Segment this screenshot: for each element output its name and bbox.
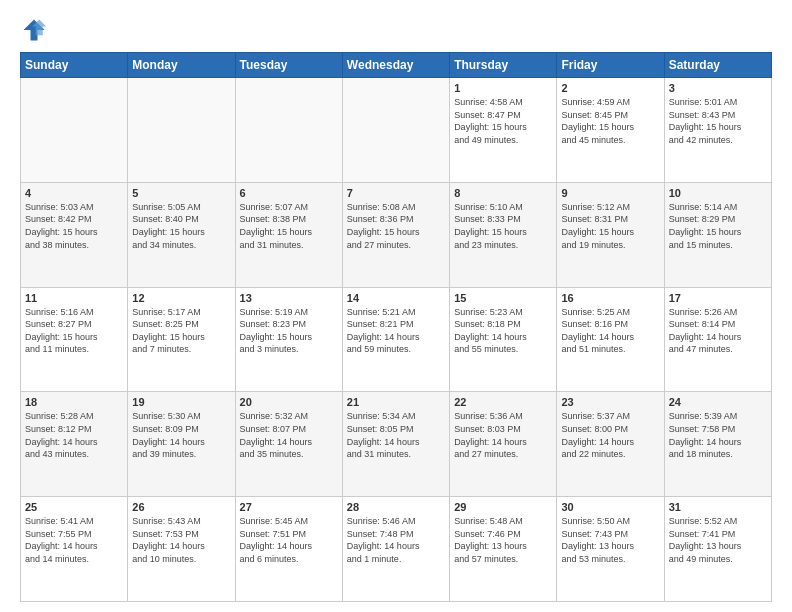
day-number: 22 bbox=[454, 396, 552, 408]
calendar-cell: 8Sunrise: 5:10 AM Sunset: 8:33 PM Daylig… bbox=[450, 182, 557, 287]
calendar-cell: 9Sunrise: 5:12 AM Sunset: 8:31 PM Daylig… bbox=[557, 182, 664, 287]
calendar-cell bbox=[21, 78, 128, 183]
calendar-cell: 30Sunrise: 5:50 AM Sunset: 7:43 PM Dayli… bbox=[557, 497, 664, 602]
day-number: 5 bbox=[132, 187, 230, 199]
day-info: Sunrise: 5:45 AM Sunset: 7:51 PM Dayligh… bbox=[240, 515, 338, 565]
calendar-cell: 4Sunrise: 5:03 AM Sunset: 8:42 PM Daylig… bbox=[21, 182, 128, 287]
day-number: 14 bbox=[347, 292, 445, 304]
day-info: Sunrise: 5:16 AM Sunset: 8:27 PM Dayligh… bbox=[25, 306, 123, 356]
calendar-header: SundayMondayTuesdayWednesdayThursdayFrid… bbox=[21, 53, 772, 78]
day-number: 16 bbox=[561, 292, 659, 304]
calendar-cell: 14Sunrise: 5:21 AM Sunset: 8:21 PM Dayli… bbox=[342, 287, 449, 392]
calendar-cell: 29Sunrise: 5:48 AM Sunset: 7:46 PM Dayli… bbox=[450, 497, 557, 602]
logo bbox=[20, 16, 52, 44]
day-number: 15 bbox=[454, 292, 552, 304]
day-info: Sunrise: 5:50 AM Sunset: 7:43 PM Dayligh… bbox=[561, 515, 659, 565]
day-number: 30 bbox=[561, 501, 659, 513]
day-info: Sunrise: 5:28 AM Sunset: 8:12 PM Dayligh… bbox=[25, 410, 123, 460]
weekday-row: SundayMondayTuesdayWednesdayThursdayFrid… bbox=[21, 53, 772, 78]
calendar-cell: 3Sunrise: 5:01 AM Sunset: 8:43 PM Daylig… bbox=[664, 78, 771, 183]
logo-icon bbox=[20, 16, 48, 44]
day-number: 19 bbox=[132, 396, 230, 408]
calendar-cell: 31Sunrise: 5:52 AM Sunset: 7:41 PM Dayli… bbox=[664, 497, 771, 602]
day-info: Sunrise: 5:23 AM Sunset: 8:18 PM Dayligh… bbox=[454, 306, 552, 356]
day-info: Sunrise: 5:32 AM Sunset: 8:07 PM Dayligh… bbox=[240, 410, 338, 460]
calendar-cell: 19Sunrise: 5:30 AM Sunset: 8:09 PM Dayli… bbox=[128, 392, 235, 497]
calendar-cell: 12Sunrise: 5:17 AM Sunset: 8:25 PM Dayli… bbox=[128, 287, 235, 392]
day-info: Sunrise: 4:58 AM Sunset: 8:47 PM Dayligh… bbox=[454, 96, 552, 146]
day-number: 8 bbox=[454, 187, 552, 199]
calendar-cell: 23Sunrise: 5:37 AM Sunset: 8:00 PM Dayli… bbox=[557, 392, 664, 497]
calendar-cell: 11Sunrise: 5:16 AM Sunset: 8:27 PM Dayli… bbox=[21, 287, 128, 392]
day-number: 20 bbox=[240, 396, 338, 408]
day-info: Sunrise: 5:03 AM Sunset: 8:42 PM Dayligh… bbox=[25, 201, 123, 251]
day-number: 3 bbox=[669, 82, 767, 94]
calendar-cell: 18Sunrise: 5:28 AM Sunset: 8:12 PM Dayli… bbox=[21, 392, 128, 497]
calendar-cell: 15Sunrise: 5:23 AM Sunset: 8:18 PM Dayli… bbox=[450, 287, 557, 392]
weekday-header-wednesday: Wednesday bbox=[342, 53, 449, 78]
day-info: Sunrise: 4:59 AM Sunset: 8:45 PM Dayligh… bbox=[561, 96, 659, 146]
day-info: Sunrise: 5:21 AM Sunset: 8:21 PM Dayligh… bbox=[347, 306, 445, 356]
day-info: Sunrise: 5:25 AM Sunset: 8:16 PM Dayligh… bbox=[561, 306, 659, 356]
day-number: 4 bbox=[25, 187, 123, 199]
day-number: 28 bbox=[347, 501, 445, 513]
calendar-cell: 24Sunrise: 5:39 AM Sunset: 7:58 PM Dayli… bbox=[664, 392, 771, 497]
calendar-cell: 13Sunrise: 5:19 AM Sunset: 8:23 PM Dayli… bbox=[235, 287, 342, 392]
weekday-header-thursday: Thursday bbox=[450, 53, 557, 78]
calendar-week-3: 11Sunrise: 5:16 AM Sunset: 8:27 PM Dayli… bbox=[21, 287, 772, 392]
day-info: Sunrise: 5:01 AM Sunset: 8:43 PM Dayligh… bbox=[669, 96, 767, 146]
calendar-cell: 16Sunrise: 5:25 AM Sunset: 8:16 PM Dayli… bbox=[557, 287, 664, 392]
day-info: Sunrise: 5:43 AM Sunset: 7:53 PM Dayligh… bbox=[132, 515, 230, 565]
day-number: 6 bbox=[240, 187, 338, 199]
weekday-header-friday: Friday bbox=[557, 53, 664, 78]
day-info: Sunrise: 5:37 AM Sunset: 8:00 PM Dayligh… bbox=[561, 410, 659, 460]
calendar-cell: 22Sunrise: 5:36 AM Sunset: 8:03 PM Dayli… bbox=[450, 392, 557, 497]
day-info: Sunrise: 5:36 AM Sunset: 8:03 PM Dayligh… bbox=[454, 410, 552, 460]
day-info: Sunrise: 5:12 AM Sunset: 8:31 PM Dayligh… bbox=[561, 201, 659, 251]
day-number: 21 bbox=[347, 396, 445, 408]
day-number: 31 bbox=[669, 501, 767, 513]
calendar-cell: 27Sunrise: 5:45 AM Sunset: 7:51 PM Dayli… bbox=[235, 497, 342, 602]
day-info: Sunrise: 5:39 AM Sunset: 7:58 PM Dayligh… bbox=[669, 410, 767, 460]
calendar-cell: 17Sunrise: 5:26 AM Sunset: 8:14 PM Dayli… bbox=[664, 287, 771, 392]
day-info: Sunrise: 5:08 AM Sunset: 8:36 PM Dayligh… bbox=[347, 201, 445, 251]
day-number: 2 bbox=[561, 82, 659, 94]
day-info: Sunrise: 5:05 AM Sunset: 8:40 PM Dayligh… bbox=[132, 201, 230, 251]
day-number: 23 bbox=[561, 396, 659, 408]
page: SundayMondayTuesdayWednesdayThursdayFrid… bbox=[0, 0, 792, 612]
calendar-cell: 7Sunrise: 5:08 AM Sunset: 8:36 PM Daylig… bbox=[342, 182, 449, 287]
calendar-cell: 1Sunrise: 4:58 AM Sunset: 8:47 PM Daylig… bbox=[450, 78, 557, 183]
day-info: Sunrise: 5:48 AM Sunset: 7:46 PM Dayligh… bbox=[454, 515, 552, 565]
day-number: 13 bbox=[240, 292, 338, 304]
calendar-week-5: 25Sunrise: 5:41 AM Sunset: 7:55 PM Dayli… bbox=[21, 497, 772, 602]
calendar-week-4: 18Sunrise: 5:28 AM Sunset: 8:12 PM Dayli… bbox=[21, 392, 772, 497]
day-number: 10 bbox=[669, 187, 767, 199]
day-info: Sunrise: 5:46 AM Sunset: 7:48 PM Dayligh… bbox=[347, 515, 445, 565]
calendar-cell: 2Sunrise: 4:59 AM Sunset: 8:45 PM Daylig… bbox=[557, 78, 664, 183]
calendar-body: 1Sunrise: 4:58 AM Sunset: 8:47 PM Daylig… bbox=[21, 78, 772, 602]
weekday-header-saturday: Saturday bbox=[664, 53, 771, 78]
day-number: 11 bbox=[25, 292, 123, 304]
calendar-week-1: 1Sunrise: 4:58 AM Sunset: 8:47 PM Daylig… bbox=[21, 78, 772, 183]
day-number: 29 bbox=[454, 501, 552, 513]
day-info: Sunrise: 5:07 AM Sunset: 8:38 PM Dayligh… bbox=[240, 201, 338, 251]
weekday-header-sunday: Sunday bbox=[21, 53, 128, 78]
day-number: 9 bbox=[561, 187, 659, 199]
calendar-cell: 21Sunrise: 5:34 AM Sunset: 8:05 PM Dayli… bbox=[342, 392, 449, 497]
day-number: 25 bbox=[25, 501, 123, 513]
day-info: Sunrise: 5:14 AM Sunset: 8:29 PM Dayligh… bbox=[669, 201, 767, 251]
day-info: Sunrise: 5:34 AM Sunset: 8:05 PM Dayligh… bbox=[347, 410, 445, 460]
calendar-week-2: 4Sunrise: 5:03 AM Sunset: 8:42 PM Daylig… bbox=[21, 182, 772, 287]
calendar-cell bbox=[235, 78, 342, 183]
day-number: 27 bbox=[240, 501, 338, 513]
day-number: 12 bbox=[132, 292, 230, 304]
calendar-cell: 10Sunrise: 5:14 AM Sunset: 8:29 PM Dayli… bbox=[664, 182, 771, 287]
day-number: 26 bbox=[132, 501, 230, 513]
calendar-cell: 6Sunrise: 5:07 AM Sunset: 8:38 PM Daylig… bbox=[235, 182, 342, 287]
day-number: 18 bbox=[25, 396, 123, 408]
weekday-header-tuesday: Tuesday bbox=[235, 53, 342, 78]
day-number: 24 bbox=[669, 396, 767, 408]
calendar-cell: 25Sunrise: 5:41 AM Sunset: 7:55 PM Dayli… bbox=[21, 497, 128, 602]
calendar-cell: 26Sunrise: 5:43 AM Sunset: 7:53 PM Dayli… bbox=[128, 497, 235, 602]
calendar-cell bbox=[342, 78, 449, 183]
